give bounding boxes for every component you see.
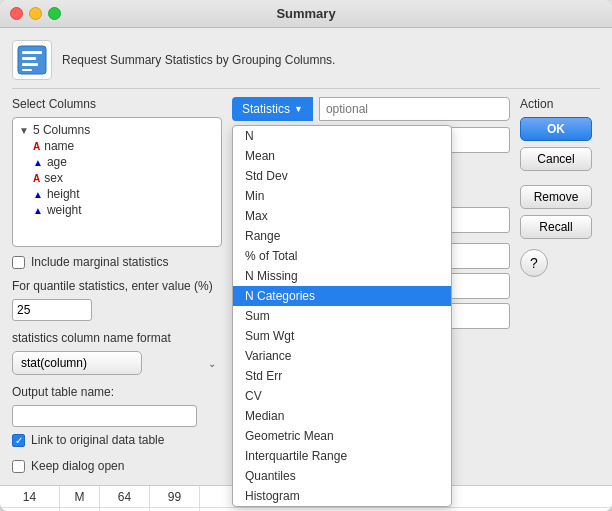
columns-listbox[interactable]: ▼ 5 Columns A name ▲ age A sex [12, 117, 222, 247]
quantile-label: For quantile statistics, enter value (%) [12, 279, 222, 293]
header-description: Request Summary Statistics by Grouping C… [62, 53, 335, 67]
dropdown-item-quantiles[interactable]: Quantiles [233, 466, 451, 486]
col-weight[interactable]: ▲ weight [17, 202, 217, 218]
svg-rect-1 [22, 51, 42, 54]
cell-m-1: M [60, 486, 100, 507]
middle-panel: Statistics ▼ N Mean Std Dev Min Max Rang… [232, 97, 510, 473]
keep-dialog-row: Keep dialog open [12, 459, 222, 473]
keep-dialog-checkbox[interactable] [12, 460, 25, 473]
output-input[interactable] [12, 405, 197, 427]
quantile-input[interactable] [12, 299, 92, 321]
col-age[interactable]: ▲ age [17, 154, 217, 170]
summary-dialog: Summary Request Summary Statistics by Gr… [0, 0, 612, 511]
svg-rect-4 [22, 69, 32, 71]
col-type-icon: A [33, 141, 40, 152]
col-sex[interactable]: A sex [17, 170, 217, 186]
col-label: name [44, 139, 74, 153]
dropdown-item-geo-mean[interactable]: Geometric Mean [233, 426, 451, 446]
close-button[interactable] [10, 7, 23, 20]
marginal-checkbox[interactable] [12, 256, 25, 269]
dropdown-item-n-missing[interactable]: N Missing [233, 266, 451, 286]
cell-99: 99 [150, 486, 200, 507]
dropdown-item-min[interactable]: Min [233, 186, 451, 206]
link-row: ✓ Link to original data table [12, 433, 222, 447]
svg-rect-3 [22, 63, 38, 66]
col-name[interactable]: A name [17, 138, 217, 154]
right-panel: Action OK Cancel Remove Recall ? [520, 97, 600, 473]
columns-count: 5 Columns [33, 123, 90, 137]
dropdown-item-sum-wgt[interactable]: Sum Wgt [233, 326, 451, 346]
statistics-dropdown-menu: N Mean Std Dev Min Max Range % of Total … [232, 125, 452, 507]
stats-row: Statistics ▼ [232, 97, 510, 121]
summary-icon [12, 40, 52, 80]
triangle-icon: ▼ [19, 125, 29, 136]
dropdown-item-n-categories[interactable]: N Categories [233, 286, 451, 306]
recall-button[interactable]: Recall [520, 215, 592, 239]
maximize-button[interactable] [48, 7, 61, 20]
col-label: height [47, 187, 80, 201]
dropdown-item-stddev[interactable]: Std Dev [233, 166, 451, 186]
dropdown-item-range[interactable]: Range [233, 226, 451, 246]
title-bar: Summary [0, 0, 612, 28]
col-type-icon: ▲ [33, 205, 43, 216]
marginal-row: Include marginal statistics [12, 255, 222, 269]
col-label: sex [44, 171, 63, 185]
keep-dialog-label: Keep dialog open [31, 459, 124, 473]
statistics-dropdown-button[interactable]: Statistics ▼ [232, 97, 313, 121]
left-panel: Select Columns ▼ 5 Columns A name ▲ age [12, 97, 222, 473]
dropdown-arrow-icon: ▼ [294, 104, 303, 114]
col-height[interactable]: ▲ height [17, 186, 217, 202]
format-select[interactable]: stat(column) [12, 351, 142, 375]
output-label: Output table name: [12, 385, 222, 399]
traffic-lights [10, 7, 61, 20]
header-row: Request Summary Statistics by Grouping C… [12, 40, 600, 89]
col-label: weight [47, 203, 82, 217]
dropdown-item-sum[interactable]: Sum [233, 306, 451, 326]
cell-14-1: 14 [0, 486, 60, 507]
dropdown-item-histogram[interactable]: Histogram [233, 486, 451, 506]
link-label: Link to original data table [31, 433, 164, 447]
main-area: Select Columns ▼ 5 Columns A name ▲ age [12, 97, 600, 473]
dropdown-item-max[interactable]: Max [233, 206, 451, 226]
remove-button[interactable]: Remove [520, 185, 592, 209]
col-type-icon: ▲ [33, 157, 43, 168]
dialog-content: Request Summary Statistics by Grouping C… [0, 28, 612, 485]
dropdown-item-std-err[interactable]: Std Err [233, 366, 451, 386]
dropdown-item-iqr[interactable]: Interquartile Range [233, 446, 451, 466]
dropdown-item-median[interactable]: Median [233, 406, 451, 426]
marginal-label: Include marginal statistics [31, 255, 168, 269]
select-arrow-icon: ⌄ [208, 358, 216, 369]
cell-64: 64 [100, 486, 150, 507]
col-label: age [47, 155, 67, 169]
col-type-icon: A [33, 173, 40, 184]
action-label: Action [520, 97, 600, 111]
window-title: Summary [276, 6, 335, 21]
dropdown-item-mean[interactable]: Mean [233, 146, 451, 166]
optional-input[interactable] [319, 97, 510, 121]
format-label: statistics column name format [12, 331, 222, 345]
minimize-button[interactable] [29, 7, 42, 20]
dropdown-item-n[interactable]: N [233, 126, 451, 146]
cancel-button[interactable]: Cancel [520, 147, 592, 171]
help-button[interactable]: ? [520, 249, 548, 277]
select-columns-label: Select Columns [12, 97, 222, 111]
columns-header: ▼ 5 Columns [17, 122, 217, 138]
dropdown-item-cv[interactable]: CV [233, 386, 451, 406]
format-select-wrapper: stat(column) ⌄ [12, 351, 222, 375]
statistics-label: Statistics [242, 102, 290, 116]
dropdown-item-pct-total[interactable]: % of Total [233, 246, 451, 266]
dropdown-item-variance[interactable]: Variance [233, 346, 451, 366]
link-checkbox[interactable]: ✓ [12, 434, 25, 447]
svg-rect-2 [22, 57, 36, 60]
col-type-icon: ▲ [33, 189, 43, 200]
ok-button[interactable]: OK [520, 117, 592, 141]
